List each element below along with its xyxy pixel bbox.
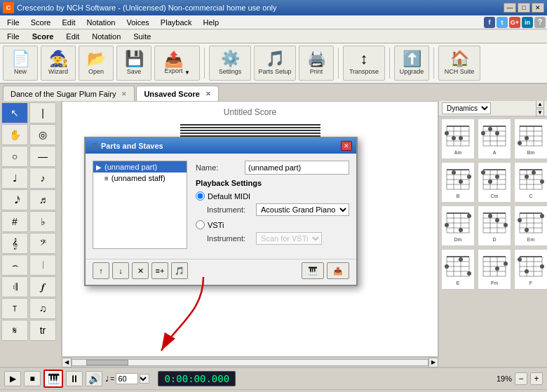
wizard-button[interactable]: 🧙 Wizard [41, 46, 76, 81]
play-button[interactable]: ▶ [4, 371, 21, 386]
repeat-tool[interactable]: 𝄇 [1, 276, 28, 297]
twitter-icon[interactable]: t [497, 17, 508, 28]
tab-dance-close[interactable]: ✕ [121, 90, 127, 97]
half-note-tool[interactable]: — [29, 146, 56, 167]
dialog-close-button[interactable]: ✕ [341, 141, 352, 151]
quarter-note-tool[interactable]: ♩ [1, 168, 28, 189]
svg-text:Cm: Cm [491, 194, 499, 198]
eighth-note-tool[interactable]: ♪ [29, 168, 56, 189]
print-button[interactable]: 🖨️ Print [299, 46, 334, 81]
dynamic-tool[interactable]: 𝆑 [29, 276, 56, 297]
upgrade-button[interactable]: ⬆️ Upgrade [394, 46, 429, 81]
eraser-tool[interactable]: ◎ [29, 124, 56, 145]
question-icon[interactable]: ? [534, 17, 546, 28]
panel-scroll-down[interactable]: ▼ [536, 109, 544, 116]
menu-bar-1: File Score Edit Notation Voices Playback… [0, 15, 547, 29]
close-button[interactable]: ✕ [532, 3, 544, 13]
flat-tool[interactable]: ♭ [29, 211, 56, 232]
tempo-input[interactable] [116, 373, 138, 384]
chord-svg-5: Cm [480, 164, 509, 201]
dynamics-select[interactable]: Dynamics [442, 102, 491, 114]
menu2-notation[interactable]: Notation [86, 31, 126, 42]
menu-help[interactable]: Help [198, 17, 225, 28]
menu2-score[interactable]: Score [27, 31, 60, 42]
mixer-button[interactable]: ⏸ [66, 371, 83, 386]
parts-and-staves-dialog: 🎵 Parts and Staves ✕ ▶ (unnamed part) ≡ … [84, 137, 358, 286]
parts-setup-button[interactable]: 🎵 Parts Setup [254, 46, 296, 81]
menu2-edit[interactable]: Edit [60, 31, 85, 42]
minimize-button[interactable]: — [504, 3, 516, 13]
default-midi-radio[interactable] [196, 191, 205, 201]
dialog-midi-button[interactable]: 🎹 [302, 262, 324, 279]
zoom-minus-button[interactable]: − [515, 372, 527, 385]
menu-notation[interactable]: Notation [81, 17, 121, 28]
tempo-dropdown[interactable]: ▼ [140, 374, 149, 384]
upgrade-label: Upgrade [400, 68, 424, 75]
sharp-tool[interactable]: # [1, 211, 28, 232]
sixteenth-note-tool[interactable]: 𝅘𝅥𝅯 [1, 189, 28, 210]
menu-bar-2: File Score Edit Notation Suite [0, 29, 547, 43]
vsti-radio[interactable] [196, 220, 205, 229]
dialog-down-button[interactable]: ↓ [112, 262, 129, 279]
treble-clef-tool[interactable]: 𝄞 [1, 233, 28, 254]
open-button[interactable]: 📂 Open [79, 46, 114, 81]
pedal-tool[interactable]: 𝄋 [1, 320, 28, 341]
h-scrollbar: ◀ ▶ [62, 357, 438, 367]
facebook-icon[interactable]: f [484, 17, 495, 28]
settings-button[interactable]: ⚙️ Settings [209, 46, 251, 81]
menu2-file[interactable]: File [1, 31, 25, 42]
export-dropdown-arrow[interactable]: ▼ [184, 69, 190, 76]
tab-unsaved[interactable]: Unsaved Score ✕ [136, 86, 218, 101]
tab-unsaved-close[interactable]: ✕ [205, 90, 211, 97]
h-scroll-right-btn[interactable]: ▶ [428, 358, 438, 367]
slur-tool[interactable]: ⌢ [1, 255, 28, 276]
stop-button[interactable]: ■ [24, 371, 41, 386]
menu-playback[interactable]: Playback [155, 17, 198, 28]
export-button[interactable]: 📤 Export ▼ [154, 46, 200, 81]
menu2-suite[interactable]: Suite [128, 31, 156, 42]
tree-item-part[interactable]: ▶ (unnamed part) [93, 161, 187, 173]
dialog-title-bar: 🎵 Parts and Staves ✕ [86, 138, 356, 154]
whole-note-tool[interactable]: ○ [1, 146, 28, 167]
vsti-instrument-select[interactable]: Scan for VSTi [256, 232, 322, 245]
h-scroll-thumb[interactable] [86, 360, 128, 365]
maximize-button[interactable]: □ [518, 3, 530, 13]
zoom-plus-button[interactable]: + [530, 372, 543, 385]
tree-item-staff[interactable]: ≡ (unnamed staff) [102, 173, 187, 184]
save-button[interactable]: 💾 Save [116, 46, 151, 81]
speaker-button[interactable]: 🔊 [86, 371, 102, 386]
bass-clef-tool[interactable]: 𝄢 [29, 233, 56, 254]
parts-setup-icon: 🎵 [266, 51, 285, 67]
dialog-add-button[interactable]: ≡+ [151, 262, 168, 279]
accent-tool[interactable]: 𝄀 [29, 255, 56, 276]
menu-edit[interactable]: Edit [56, 17, 81, 28]
svg-point-114 [525, 228, 529, 232]
menu-file[interactable]: File [1, 17, 25, 28]
transpose-button[interactable]: ↕️ Transpose [343, 46, 385, 81]
trill-tool[interactable]: tr [29, 320, 56, 341]
thirtysecond-note-tool[interactable]: ♬ [29, 189, 56, 210]
menu-score[interactable]: Score [25, 17, 57, 28]
chord-symbol-tool[interactable]: ♫ [29, 298, 56, 319]
h-scroll-left-btn[interactable]: ◀ [62, 358, 72, 367]
menu-voices[interactable]: Voices [121, 17, 154, 28]
dialog-delete-button[interactable]: ✕ [132, 262, 149, 279]
instrument-select[interactable]: Acoustic Grand Piano [256, 203, 349, 216]
panel-scroll-up[interactable]: ▲ [536, 101, 544, 108]
google-icon[interactable]: G+ [509, 17, 520, 28]
nch-suite-button[interactable]: 🏠 NCH Suite [438, 46, 480, 81]
dialog-instruments-button[interactable]: 🎵 [171, 262, 188, 279]
dialog-up-button[interactable]: ↑ [93, 262, 109, 279]
line-tool[interactable]: | [29, 102, 56, 123]
linkedin-icon[interactable]: in [522, 17, 533, 28]
text-tool[interactable]: T [1, 298, 28, 319]
chord-svg-2: A [480, 121, 509, 157]
new-button[interactable]: 📄 New [3, 46, 38, 81]
dialog-export-button[interactable]: 📤 [327, 262, 349, 279]
tab-dance[interactable]: Dance of the Sugar Plum Fairy ✕ [3, 86, 135, 101]
piano-roll-button[interactable]: 🎹 [43, 370, 63, 388]
name-input[interactable] [245, 161, 349, 175]
hand-tool[interactable]: ✋ [1, 124, 28, 145]
select-tool[interactable]: ↖ [1, 102, 28, 123]
title-bar-text: Crescendo by NCH Software - (Unlicensed)… [17, 4, 276, 12]
